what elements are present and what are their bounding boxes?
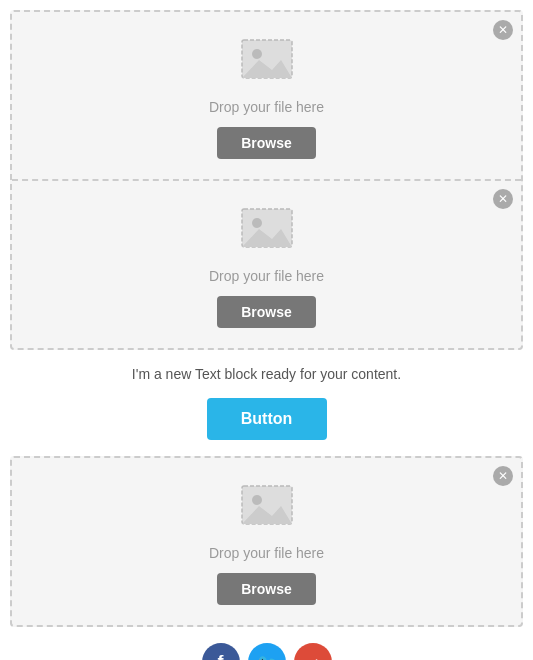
twitter-icon[interactable]: 🐦 [248,643,286,660]
image-placeholder-icon-1 [237,32,297,87]
upload-block-1: ✕ Drop your file here Browse [12,12,521,179]
twitter-label: 🐦 [257,653,277,661]
social-icons-group: f 🐦 g+ [10,643,523,660]
image-placeholder-icon-2 [237,201,297,256]
image-placeholder-icon-3 [237,478,297,533]
close-button-3[interactable]: ✕ [493,466,513,486]
drop-text-2: Drop your file here [32,268,501,284]
google-icon[interactable]: g+ [294,643,332,660]
svg-point-7 [252,495,262,505]
upload-block-2: ✕ Drop your file here Browse [12,179,521,348]
svg-point-1 [252,49,262,59]
browse-button-3[interactable]: Browse [217,573,316,605]
close-button-2[interactable]: ✕ [493,189,513,209]
drop-text-1: Drop your file here [32,99,501,115]
upload-group-top: ✕ Drop your file here Browse ✕ Drop your… [10,10,523,350]
facebook-icon[interactable]: f [202,643,240,660]
upload-group-bottom: ✕ Drop your file here Browse [10,456,523,627]
drop-text-3: Drop your file here [32,545,501,561]
google-label: g+ [305,655,321,661]
cta-button[interactable]: Button [207,398,327,440]
svg-point-4 [252,218,262,228]
facebook-label: f [218,652,224,661]
upload-block-3: ✕ Drop your file here Browse [12,458,521,625]
close-button-1[interactable]: ✕ [493,20,513,40]
text-block-1: I'm a new Text block ready for your cont… [10,366,523,382]
browse-button-2[interactable]: Browse [217,296,316,328]
browse-button-1[interactable]: Browse [217,127,316,159]
